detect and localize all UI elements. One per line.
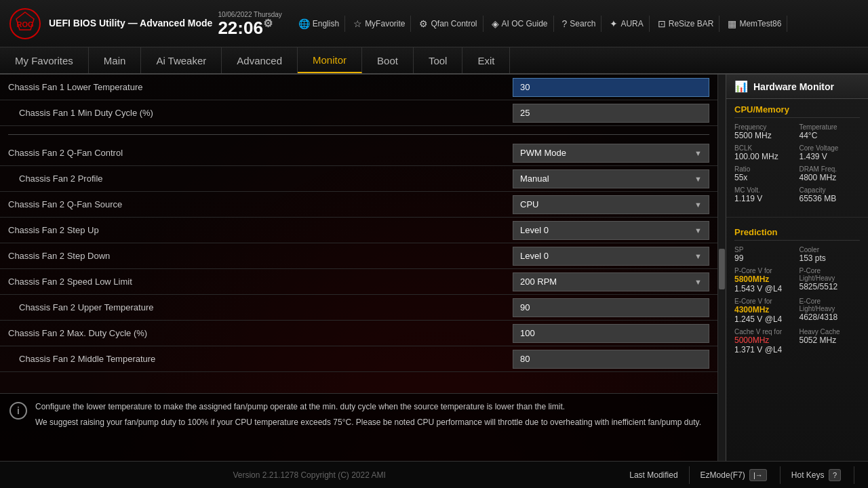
dram-freq-label: DRAM Freq. [800, 165, 861, 173]
hw-frequency: Frequency 5500 MHz [734, 123, 795, 140]
aioc-tool[interactable]: ◈ AI OC Guide [486, 16, 554, 32]
table-row: Chassis Fan 2 Q-Fan Source CPU ▼ [0, 192, 717, 218]
chevron-down-icon: ▼ [694, 175, 702, 183]
footer-actions: Last Modified EzMode(F7) |→ Hot Keys ? [618, 466, 854, 484]
scrollbar-thumb[interactable] [719, 249, 725, 289]
top-bar: ROG UEFI BIOS Utility — Advanced Mode 10… [0, 0, 868, 47]
setting-dropdown-chassis-fan2-stepdown[interactable]: Level 0 ▼ [513, 247, 709, 266]
setting-value-chassis-fan1-min[interactable]: 25 [513, 104, 709, 123]
hw-core-voltage: Core Voltage 1.439 V [800, 144, 861, 161]
nav-exit[interactable]: Exit [462, 47, 510, 73]
table-row: Chassis Fan 2 Max. Duty Cycle (%) 100 [0, 321, 717, 346]
search-tool[interactable]: ? Search [557, 16, 602, 32]
nav-main[interactable]: Main [89, 47, 142, 73]
separator [0, 126, 717, 131]
prediction-title: Prediction [734, 227, 860, 241]
cache-v-grid: Cache V req for 5000MHz 1.371 V @L4 Heav… [734, 328, 860, 354]
chevron-down-icon: ▼ [694, 226, 702, 235]
hw-pcore-v-for: P-Core V for 5800MHz 1.543 V @L4 [734, 267, 795, 293]
hotkeys-button[interactable]: Hot Keys ? [781, 466, 854, 484]
setting-dropdown-chassis-fan2-stepup[interactable]: Level 0 ▼ [513, 221, 709, 240]
hw-monitor-panel: 📊 Hardware Monitor CPU/Memory Frequency … [726, 75, 868, 461]
ecore-v-value: 1.245 V @L4 [734, 314, 795, 324]
setting-label-chassis-fan1-min: Chassis Fan 1 Min Duty Cycle (%) [19, 108, 513, 118]
info-box: i Configure the lower temperature to mak… [0, 393, 717, 461]
pcore-lh-value: 5825/5512 [800, 282, 861, 291]
nav-boot[interactable]: Boot [362, 47, 414, 73]
language-tool[interactable]: 🌐 English [293, 16, 345, 32]
setting-value-chassis-fan1-lower[interactable]: 30 [513, 78, 709, 97]
capacity-label: Capacity [800, 186, 861, 194]
footer-version: Version 2.21.1278 Copyright (C) 2022 AMI [14, 470, 605, 480]
qfan-tool[interactable]: ⚙ Qfan Control [414, 16, 483, 32]
scrollbar-track[interactable] [717, 75, 726, 461]
ratio-label: Ratio [734, 165, 795, 173]
core-voltage-value: 1.439 V [800, 152, 861, 161]
setting-label-chassis-fan1-lower: Chassis Fan 1 Lower Temperature [8, 82, 513, 92]
nav-bar: My Favorites Main Ai Tweaker Advanced Mo… [0, 47, 868, 75]
setting-value-chassis-fan2-maxduty[interactable]: 100 [513, 324, 709, 343]
dram-freq-value: 4800 MHz [800, 173, 861, 182]
setting-value-chassis-fan2-upper[interactable]: 90 [513, 298, 709, 317]
table-row: Chassis Fan 2 Speed Low Limit 200 RPM ▼ [0, 269, 717, 295]
ezmode-button[interactable]: EzMode(F7) |→ [690, 466, 781, 484]
temperature-label: Temperature [800, 123, 861, 131]
hw-freq-temp-grid: Frequency 5500 MHz Temperature 44°C [734, 123, 860, 140]
fan-icon: ⚙ [419, 18, 428, 29]
setting-label-chassis-fan2-middle: Chassis Fan 2 Middle Temperature [19, 354, 513, 364]
pcore-v-value: 1.543 V @L4 [734, 284, 795, 293]
ecore-section: E-Core V for 4300MHz 1.245 V @L4 E-Core … [734, 298, 860, 324]
hw-cache-v-for: Cache V req for 5000MHz 1.371 V @L4 [734, 328, 795, 354]
setting-label-chassis-fan2-speedlimit: Chassis Fan 2 Speed Low Limit [8, 277, 513, 287]
hw-ratio-dram-grid: Ratio 55x DRAM Freq. 4800 MHz [734, 165, 860, 182]
setting-label-chassis-fan2-qfan: Chassis Fan 2 Q-Fan Control [8, 148, 513, 158]
hw-sp-cooler-grid: SP 99 Cooler 153 pts [734, 246, 860, 263]
table-row: Chassis Fan 1 Lower Temperature 30 [0, 75, 717, 100]
cooler-label: Cooler [800, 246, 861, 253]
hw-mcvolt-capacity-grid: MC Volt. 1.119 V Capacity 65536 MB [734, 186, 860, 203]
setting-dropdown-chassis-fan2-qfan[interactable]: PWM Mode ▼ [513, 144, 709, 163]
memtest-icon: ▦ [728, 18, 736, 29]
resizebar-tool[interactable]: ⊡ ReSize BAR [652, 16, 720, 32]
memtest-tool[interactable]: ▦ MemTest86 [722, 16, 787, 32]
aura-icon: ✦ [610, 18, 618, 29]
settings-list: Chassis Fan 1 Lower Temperature 30 Chass… [0, 75, 717, 393]
nav-monitor[interactable]: Monitor [298, 47, 362, 73]
setting-dropdown-chassis-fan2-speedlimit[interactable]: 200 RPM ▼ [513, 272, 709, 291]
info-text: Configure the lower temperature to make … [35, 401, 701, 429]
table-row: Chassis Fan 2 Upper Temperature 90 [0, 295, 717, 321]
heavy-cache-value: 5052 MHz [800, 336, 861, 345]
cpu-memory-title: CPU/Memory [734, 104, 860, 118]
hw-monitor-header: 📊 Hardware Monitor [726, 75, 868, 99]
cpu-memory-section: CPU/Memory Frequency 5500 MHz Temperatur… [726, 99, 868, 213]
setting-value-chassis-fan2-middle[interactable]: 80 [513, 350, 709, 369]
hw-section-divider [726, 217, 868, 218]
hw-ratio: Ratio 55x [734, 165, 795, 182]
rog-logo-icon: ROG [8, 7, 42, 41]
top-tools: 🌐 English ☆ MyFavorite ⚙ Qfan Control ◈ … [293, 16, 860, 32]
myfavorite-tool[interactable]: ☆ MyFavorite [348, 16, 411, 32]
hw-mc-volt: MC Volt. 1.119 V [734, 186, 795, 203]
chevron-down-icon: ▼ [694, 149, 702, 157]
setting-dropdown-chassis-fan2-source[interactable]: CPU ▼ [513, 195, 709, 214]
svg-text:ROG: ROG [16, 20, 33, 28]
ecore-v-freq: 4300MHz [734, 305, 795, 314]
nav-advanced[interactable]: Advanced [222, 47, 298, 73]
setting-dropdown-chassis-fan2-profile[interactable]: Manual ▼ [513, 169, 709, 188]
sp-value: 99 [734, 253, 795, 263]
setting-label-chassis-fan2-source: Chassis Fan 2 Q-Fan Source [8, 199, 513, 209]
hw-temperature: Temperature 44°C [800, 123, 861, 140]
nav-tweaker[interactable]: Ai Tweaker [141, 47, 222, 73]
aioc-label: AI OC Guide [502, 19, 548, 28]
resizebar-label: ReSize BAR [669, 19, 714, 28]
nav-favorites[interactable]: My Favorites [0, 47, 89, 73]
hw-pcore-lh: P-Core Light/Heavy 5825/5512 [800, 267, 861, 293]
nav-tool[interactable]: Tool [414, 47, 463, 73]
chevron-down-icon: ▼ [694, 252, 702, 260]
last-modified-button[interactable]: Last Modified [618, 466, 689, 484]
cooler-value: 153 pts [800, 253, 861, 263]
table-row: Chassis Fan 2 Q-Fan Control PWM Mode ▼ [0, 140, 717, 166]
table-row: Chassis Fan 1 Min Duty Cycle (%) 25 [0, 100, 717, 126]
aura-tool[interactable]: ✦ AURA [604, 16, 649, 32]
hw-ecore-v-for: E-Core V for 4300MHz 1.245 V @L4 [734, 298, 795, 324]
